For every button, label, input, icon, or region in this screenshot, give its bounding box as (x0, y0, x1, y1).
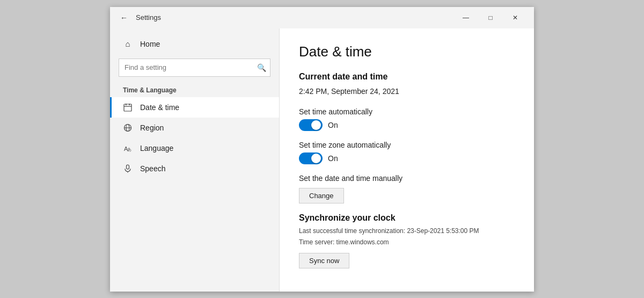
titlebar: ← Settings — □ ✕ (110, 7, 534, 28)
content-area: ⌂ Home 🔍 Time & Language Date & time (110, 28, 534, 292)
manual-row: Set the date and time manually Change (299, 174, 515, 203)
search-container: 🔍 (119, 59, 270, 77)
set-timezone-auto-label: Set time zone automatically (299, 141, 515, 149)
sidebar-item-home[interactable]: ⌂ Home (110, 35, 279, 53)
settings-window: ← Settings — □ ✕ ⌂ Home 🔍 Time & Languag… (110, 7, 534, 292)
toggle-knob (311, 120, 321, 130)
sync-now-button[interactable]: Sync now (299, 253, 349, 268)
sidebar-section-label: Time & Language (110, 84, 279, 97)
speech-label: Speech (140, 164, 165, 173)
sidebar: ⌂ Home 🔍 Time & Language Date & time (110, 28, 279, 292)
search-input[interactable] (119, 59, 270, 77)
set-timezone-auto-state: On (328, 154, 338, 163)
sync-section-title: Synchronize your clock (299, 213, 515, 223)
home-label: Home (140, 40, 160, 48)
manual-label: Set the date and time manually (299, 174, 515, 183)
titlebar-title: Settings (136, 13, 453, 21)
set-time-auto-label: Set time automatically (299, 107, 515, 116)
search-button[interactable]: 🔍 (254, 61, 269, 74)
sidebar-item-speech[interactable]: Speech (110, 158, 279, 179)
sidebar-item-language[interactable]: A あ Language (110, 138, 279, 158)
date-time-label: Date & time (140, 103, 179, 112)
set-time-auto-row: Set time automatically On (299, 107, 515, 131)
svg-rect-0 (124, 104, 131, 111)
set-timezone-auto-toggle[interactable] (299, 152, 323, 164)
set-time-auto-state: On (328, 121, 338, 129)
svg-rect-1 (126, 104, 127, 105)
current-date-section-title: Current date and time (299, 72, 515, 82)
region-label: Region (140, 123, 164, 132)
set-time-auto-toggle[interactable] (299, 119, 323, 131)
sync-info-line1: Last successful time synchronization: 23… (299, 226, 515, 236)
window-controls: — □ ✕ (453, 9, 528, 26)
sidebar-item-region[interactable]: Region (110, 118, 279, 138)
current-time-display: 2:42 PM, September 24, 2021 (299, 87, 515, 96)
svg-rect-9 (127, 165, 129, 169)
set-time-auto-toggle-row: On (299, 119, 515, 131)
maximize-button[interactable]: □ (478, 9, 503, 26)
sidebar-item-date-time[interactable]: Date & time (110, 97, 279, 118)
page-title: Date & time (299, 43, 515, 60)
region-icon (123, 123, 133, 133)
toggle-knob-2 (311, 154, 321, 163)
home-icon: ⌂ (123, 39, 133, 49)
close-button[interactable]: ✕ (503, 9, 528, 26)
sync-info-line2: Time server: time.windows.com (299, 237, 515, 248)
language-icon: A あ (123, 143, 133, 153)
change-button[interactable]: Change (299, 188, 344, 203)
language-label: Language (140, 144, 173, 152)
main-panel: Date & time Current date and time 2:42 P… (279, 28, 534, 292)
set-timezone-auto-row: Set time zone automatically On (299, 141, 515, 164)
svg-rect-2 (129, 104, 130, 105)
date-time-icon (123, 103, 133, 112)
speech-icon (123, 164, 133, 173)
sync-row: Synchronize your clock Last successful t… (299, 213, 515, 268)
svg-text:あ: あ (127, 147, 131, 152)
set-timezone-auto-toggle-row: On (299, 152, 515, 164)
back-button[interactable]: ← (116, 10, 131, 25)
minimize-button[interactable]: — (453, 9, 478, 26)
